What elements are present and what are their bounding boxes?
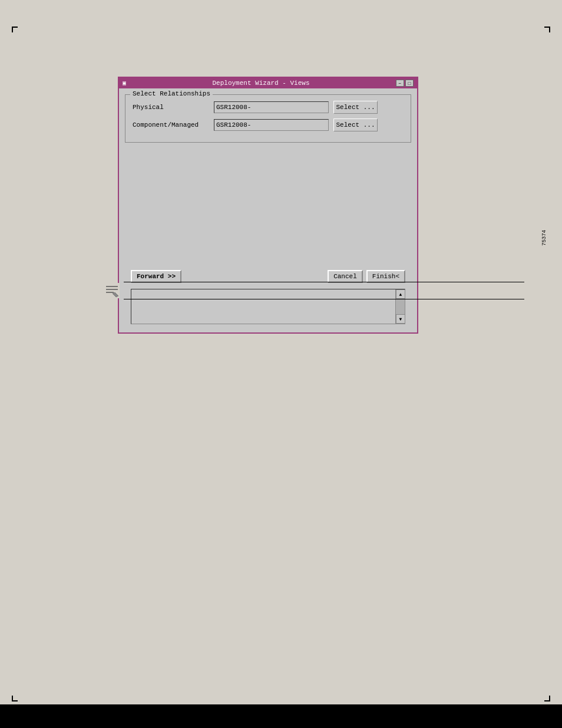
physical-row: Physical Select ... (133, 101, 404, 114)
dialog-title: Deployment Wizard - Views (126, 80, 396, 87)
note-section (103, 282, 524, 299)
cancel-button[interactable]: Cancel (328, 270, 363, 283)
finish-button[interactable]: Finish< (366, 270, 405, 283)
scrollbar-down-arrow[interactable]: ▼ (396, 314, 405, 324)
page-bottom-bar (0, 704, 562, 728)
restore-button[interactable]: □ (405, 80, 414, 87)
component-managed-select-button[interactable]: Select ... (333, 118, 378, 131)
dialog-titlebar: ▣ Deployment Wizard - Views − □ (119, 78, 417, 88)
note-content-space (124, 282, 524, 299)
dialog-controls: − □ (396, 80, 414, 87)
scrollbar-track[interactable] (396, 299, 405, 314)
physical-label: Physical (133, 104, 209, 111)
note-icon (103, 282, 121, 299)
corner-mark-br (544, 696, 550, 701)
physical-input[interactable] (214, 101, 329, 113)
component-managed-label: Component/Managed (133, 121, 209, 129)
corner-mark-tl (12, 27, 18, 32)
group-box-title: Select Relationships (130, 90, 213, 97)
physical-select-button[interactable]: Select ... (333, 101, 378, 114)
page-container: ▣ Deployment Wizard - Views − □ Select R… (0, 0, 562, 728)
corner-mark-tr (544, 27, 550, 32)
component-managed-row: Component/Managed Select ... (133, 118, 404, 131)
empty-area (125, 149, 411, 266)
corner-mark-bl (12, 696, 18, 701)
note-bottom-line (124, 299, 524, 299)
forward-button[interactable]: Forward >> (131, 270, 181, 283)
minimize-button[interactable]: − (396, 80, 404, 87)
figure-number: 75374 (541, 230, 547, 246)
component-managed-input[interactable] (214, 119, 329, 131)
select-relationships-group: Select Relationships Physical Select ...… (125, 94, 411, 143)
